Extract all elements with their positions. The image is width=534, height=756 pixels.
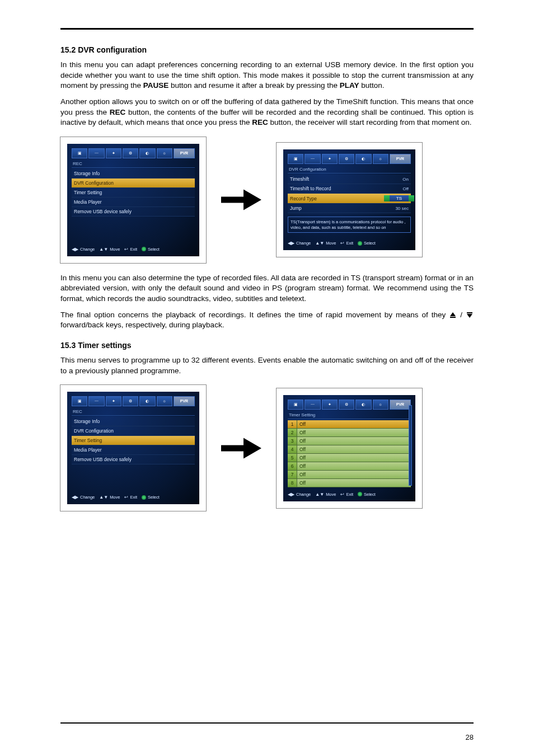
state: Off xyxy=(297,437,411,445)
state: Off xyxy=(297,445,411,453)
tab-icon[interactable]: ▣ xyxy=(288,400,303,410)
exit-icon: ↩ xyxy=(340,241,344,246)
timer-row[interactable]: 8Off xyxy=(288,479,411,487)
arrows-ud-icon: ▲▼ xyxy=(99,495,108,500)
tab-icon[interactable]: ✦ xyxy=(322,400,338,410)
label: Select xyxy=(148,495,160,500)
footer-hints: ◀▶Change ▲▼Move ↩Exit Select xyxy=(288,241,411,246)
menu-list: Storage Info DVR Configuration Timer Set… xyxy=(72,417,195,464)
tab-icon[interactable]: ⚙ xyxy=(123,148,138,158)
tab-icon[interactable]: ☼ xyxy=(373,400,388,410)
timer-row[interactable]: 5Off xyxy=(288,454,411,462)
timer-row[interactable]: 7Off xyxy=(288,471,411,479)
tab-icon[interactable]: ✦ xyxy=(322,154,338,164)
tab-icon[interactable]: ◐ xyxy=(355,400,371,410)
menu-item-remove-usb[interactable]: Remove USB device safely xyxy=(72,207,195,217)
menu-item-storage-info[interactable]: Storage Info xyxy=(72,169,195,179)
tab-icon[interactable]: ◐ xyxy=(139,396,155,406)
figure-row-timer-settings: ▣ ⋯ ✦ ⚙ ◐ ☼ PVR REC Storage Info DVR Con… xyxy=(60,385,474,511)
tab-icon[interactable]: ☼ xyxy=(157,148,172,158)
tab-icon[interactable]: ◐ xyxy=(355,154,371,164)
tab-icon[interactable]: ✦ xyxy=(106,148,121,158)
arrows-lr-icon: ◀▶ xyxy=(288,241,294,246)
bold-rec: REC xyxy=(110,108,126,116)
tab-icon[interactable]: ▣ xyxy=(72,148,87,158)
tab-icon[interactable]: ⋯ xyxy=(88,148,104,158)
menu-item-dvr-configuration[interactable]: DVR Configuration xyxy=(72,426,195,436)
tab-pvr[interactable]: PVR xyxy=(174,396,195,406)
document-page: 15.2 DVR configuration In this menu you … xyxy=(0,0,534,756)
bold-pause: PAUSE xyxy=(143,81,169,90)
down-triangle-icon xyxy=(466,311,474,319)
timer-row[interactable]: 3Off xyxy=(288,437,411,445)
menu-item-dvr-configuration[interactable]: DVR Configuration xyxy=(72,179,195,188)
footer-hints: ◀▶Change ▲▼Move ↩Exit Select xyxy=(72,247,195,252)
label: Move xyxy=(326,492,336,497)
tab-pvr[interactable]: PVR xyxy=(390,154,411,164)
hint-exit: ↩Exit xyxy=(340,241,353,246)
paragraph-15-2c: In this menu you can also determine the … xyxy=(60,273,474,304)
label: Select xyxy=(364,492,376,497)
menu-item-timer-setting[interactable]: Timer Setting xyxy=(72,188,195,198)
row-jump[interactable]: Jump 30 sec xyxy=(288,204,411,213)
state: Off xyxy=(297,462,411,470)
arrows-lr-icon: ◀▶ xyxy=(288,492,294,497)
tab-icon[interactable]: ⋯ xyxy=(305,400,320,410)
label: Jump xyxy=(290,205,302,211)
label: Timer Setting xyxy=(74,190,102,195)
arrow-right-icon xyxy=(216,431,266,465)
tab-icon[interactable]: ✦ xyxy=(106,396,121,406)
tab-icon[interactable]: ▣ xyxy=(288,154,303,164)
page-number: 28 xyxy=(466,733,474,741)
tab-icon[interactable]: ⚙ xyxy=(339,154,354,164)
tab-icon[interactable]: ⋯ xyxy=(88,396,104,406)
label: Media Player xyxy=(74,199,102,205)
timer-row[interactable]: 2Off xyxy=(288,429,411,437)
row-timeshift[interactable]: Timeshift On xyxy=(288,175,411,184)
menu-item-storage-info[interactable]: Storage Info xyxy=(72,417,195,426)
index: 1 xyxy=(288,420,297,428)
label: Change xyxy=(80,495,95,500)
label: Remove USB device safely xyxy=(74,209,132,214)
index: 4 xyxy=(288,445,297,453)
timer-row[interactable]: 1Off xyxy=(288,420,411,429)
state: Off xyxy=(297,420,411,428)
menu-item-media-player[interactable]: Media Player xyxy=(72,445,195,455)
label: Change xyxy=(296,241,311,246)
ok-icon xyxy=(142,247,146,251)
label: Exit xyxy=(346,492,353,497)
arrows-ud-icon: ▲▼ xyxy=(99,247,108,252)
timer-row[interactable]: 6Off xyxy=(288,462,411,471)
tab-icon[interactable]: ⚙ xyxy=(339,400,354,410)
hint-change: ◀▶Change xyxy=(72,247,95,252)
label: Select xyxy=(364,241,376,246)
heading-15-2: 15.2 DVR configuration xyxy=(60,45,474,54)
tab-icon[interactable]: ⚙ xyxy=(123,396,138,406)
arrows-ud-icon: ▲▼ xyxy=(315,492,324,497)
row-timeshift-to-record[interactable]: Timeshift to Record Off xyxy=(288,184,411,194)
menu-item-remove-usb[interactable]: Remove USB device safely xyxy=(72,455,195,464)
value-chip[interactable]: TS xyxy=(390,195,409,201)
menu-item-timer-setting[interactable]: Timer Setting xyxy=(72,436,195,445)
label: Storage Info xyxy=(74,419,100,424)
row-record-type[interactable]: Record Type TS xyxy=(288,194,411,204)
timer-row[interactable]: 4Off xyxy=(288,445,411,454)
state: Off xyxy=(297,429,411,436)
tab-pvr[interactable]: PVR xyxy=(174,148,195,158)
text: The final option concerns the playback o… xyxy=(60,311,449,319)
tab-icon[interactable]: ◐ xyxy=(139,148,155,158)
tab-icon[interactable]: ☼ xyxy=(157,396,172,406)
menu-item-media-player[interactable]: Media Player xyxy=(72,198,195,207)
up-triangle-icon xyxy=(449,311,457,319)
index: 5 xyxy=(288,454,297,462)
label: Change xyxy=(80,247,95,252)
label: DVR Configuration xyxy=(74,180,114,186)
hint-select: Select xyxy=(142,247,160,252)
top-horizontal-rule xyxy=(60,28,474,30)
hint-change: ◀▶Change xyxy=(288,492,311,497)
tab-icon[interactable]: ☼ xyxy=(373,154,388,164)
tab-pvr[interactable]: PVR xyxy=(390,400,411,410)
index: 7 xyxy=(288,471,297,478)
tab-icon[interactable]: ▣ xyxy=(72,396,87,406)
tab-icon[interactable]: ⋯ xyxy=(305,154,320,164)
